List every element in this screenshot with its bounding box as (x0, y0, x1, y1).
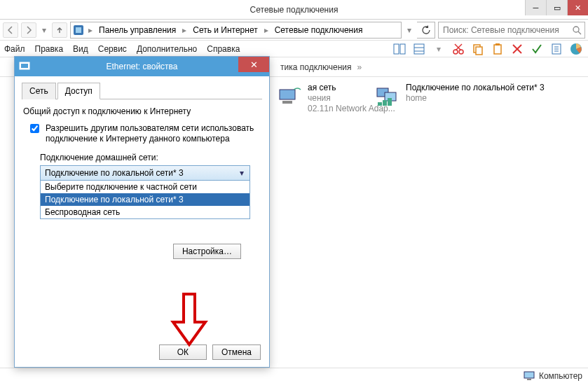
refresh-button[interactable] (417, 22, 435, 39)
cut-icon[interactable] (451, 41, 466, 57)
allow-sharing-checkbox[interactable] (30, 124, 39, 133)
annotation-arrow (172, 294, 207, 350)
combo-selected[interactable]: Подключение по локальной сети* 3 ▾ (40, 165, 250, 181)
properties-icon[interactable] (549, 41, 564, 57)
svg-rect-32 (527, 379, 531, 380)
combo-option[interactable]: Выберите подключение к частной сети (41, 181, 249, 193)
wifi-adapter-icon (277, 83, 302, 108)
combo-option[interactable]: Беспроводная сеть (41, 206, 249, 218)
allow-sharing-label: Разрешить другим пользователям сети испо… (46, 123, 262, 144)
svg-rect-29 (383, 100, 387, 106)
menu-edit[interactable]: Правка (35, 44, 64, 54)
tab-sharing[interactable]: Доступ (57, 83, 100, 99)
tab-network[interactable]: Сеть (22, 83, 56, 99)
svg-rect-6 (414, 44, 424, 54)
combo-selected-text: Подключение по локальной сети* 3 (45, 168, 184, 178)
breadcrumb-item[interactable]: Панель управления (96, 22, 179, 38)
connection-item[interactable]: Подключение по локальной сети* 3 home (375, 83, 545, 108)
minimize-button[interactable]: ─ (525, 0, 546, 15)
combo-option-selected[interactable]: Подключение по локальной сети* 3 (41, 193, 249, 206)
connection-labels: Подключение по локальной сети* 3 home (406, 83, 545, 104)
shell-icon[interactable] (568, 41, 584, 57)
refresh-icon (421, 25, 431, 35)
breadcrumb-item[interactable]: Сетевые подключения (272, 22, 366, 38)
back-button[interactable] (3, 22, 18, 38)
window-buttons: ─ ▭ ✕ (525, 0, 588, 15)
delete-icon[interactable] (510, 41, 525, 57)
connection-status: home (406, 93, 545, 104)
menu-help[interactable]: Справка (207, 44, 240, 54)
home-connection-combo[interactable]: Подключение по локальной сети* 3 ▾ Выбер… (40, 165, 250, 219)
search-box[interactable] (438, 22, 585, 39)
settings-button[interactable]: Настройка… (173, 244, 241, 259)
svg-rect-25 (282, 101, 292, 104)
menu-file[interactable]: Файл (4, 44, 25, 54)
views-icon[interactable] (411, 41, 427, 57)
forward-button[interactable] (21, 22, 36, 38)
forward-icon (25, 26, 33, 34)
address-dropdown[interactable]: ▾ (404, 22, 414, 38)
up-button[interactable] (52, 22, 67, 38)
combo-dropdown-list: Выберите подключение к частной сети Подк… (40, 181, 250, 219)
address-bar[interactable]: ▸ Панель управления ▸ Сеть и Интернет ▸ … (70, 22, 402, 39)
paste-icon[interactable] (490, 41, 505, 57)
settings-row: Настройка… (22, 244, 241, 259)
maximize-button[interactable]: ▭ (546, 0, 567, 15)
control-panel-icon (72, 24, 85, 36)
chevron-down-icon: ▾ (237, 168, 247, 178)
chevron-right-icon: ▸ (181, 25, 188, 35)
section-heading: Общий доступ к подключению к Интернету (23, 106, 262, 116)
menu-view[interactable]: Вид (73, 44, 88, 54)
allow-control-checkbox[interactable] (30, 190, 39, 200)
menu-bar: Файл Правка Вид Сервис Дополнительно Спр… (0, 41, 588, 57)
window-title: Сетевые подключения (250, 5, 339, 15)
tab-strip: Сеть Доступ (22, 82, 262, 99)
organize-icon[interactable] (392, 41, 407, 57)
chevron-right-icon: ▸ (263, 25, 270, 35)
combo-label: Подключение домашней сети: (40, 153, 262, 162)
dialog-close-button[interactable]: ✕ (238, 57, 269, 72)
svg-line-3 (578, 32, 581, 34)
breadcrumb-item[interactable]: Сеть и Интернет (190, 22, 260, 38)
chevron-expand-icon[interactable]: » (357, 62, 362, 72)
up-icon (55, 26, 64, 34)
dialog-titlebar[interactable]: Ethernet: свойства ✕ (15, 57, 269, 76)
navigation-bar: ▾ ▸ Панель управления ▸ Сеть и Интернет … (0, 20, 588, 41)
separator: ▾ (431, 41, 446, 57)
dialog-title: Ethernet: свойства (106, 62, 177, 71)
command-item-label[interactable]: тика подключения (280, 62, 352, 72)
svg-rect-28 (378, 102, 382, 106)
search-icon (572, 25, 582, 35)
back-icon (6, 26, 15, 34)
toolbar-icons: ▾ (392, 41, 584, 57)
status-bar: Компьютер (0, 368, 588, 383)
close-button[interactable]: ✕ (567, 0, 588, 15)
svg-rect-15 (494, 45, 501, 54)
svg-rect-24 (280, 90, 295, 99)
svg-rect-16 (495, 43, 500, 46)
allow-sharing-row: Разрешить другим пользователям сети испо… (27, 123, 262, 144)
status-label: Компьютер (539, 371, 582, 381)
chevron-right-icon: ▸ (87, 25, 94, 35)
svg-rect-14 (476, 47, 482, 55)
dialog-icon (19, 60, 30, 71)
cancel-button[interactable]: Отмена (212, 344, 261, 360)
check-icon[interactable] (529, 41, 545, 57)
home-connection-block: Подключение домашней сети: Подключение п… (40, 153, 262, 219)
menu-tools[interactable]: Сервис (98, 44, 127, 54)
window-titlebar: Сетевые подключения ─ ▭ ✕ (0, 0, 588, 20)
svg-rect-34 (21, 64, 28, 68)
arrow-down-icon (172, 294, 207, 350)
svg-rect-30 (388, 98, 392, 106)
computer-icon (524, 371, 535, 381)
search-input[interactable] (442, 25, 568, 36)
menu-advanced[interactable]: Дополнительно (137, 44, 197, 54)
history-dropdown[interactable]: ▾ (39, 22, 49, 38)
svg-rect-5 (400, 44, 405, 54)
svg-rect-4 (394, 44, 399, 54)
copy-icon[interactable] (470, 41, 486, 57)
status-right: Компьютер (524, 371, 582, 381)
svg-rect-31 (524, 372, 534, 378)
lan-adapter-icon (375, 83, 400, 108)
properties-dialog: Ethernet: свойства ✕ Сеть Доступ Общий д… (14, 56, 270, 368)
